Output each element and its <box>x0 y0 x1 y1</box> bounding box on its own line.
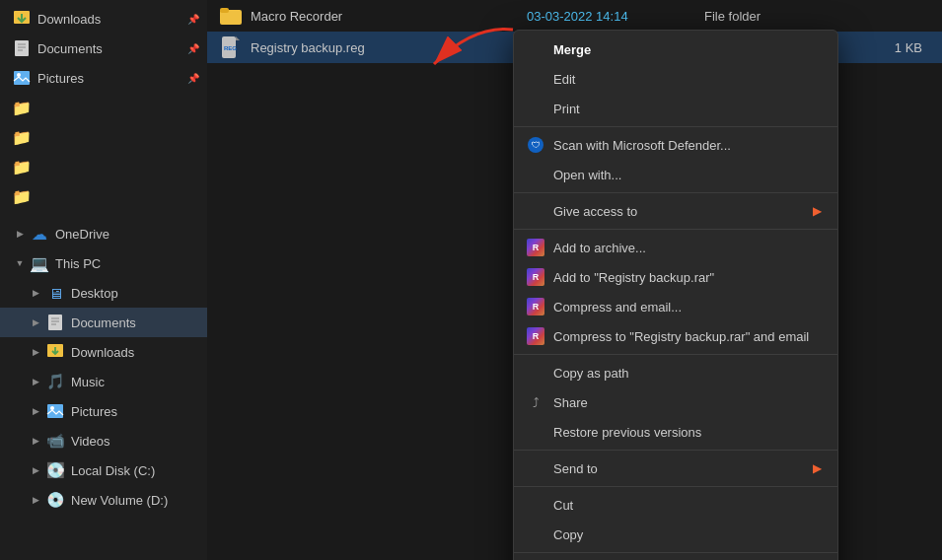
disk-d-icon: 💿 <box>45 490 65 510</box>
chevron-icon-thispc: ▼ <box>12 255 28 271</box>
submenu-arrow-sendto: ▶ <box>813 461 822 475</box>
sidebar-item-folder3[interactable]: 📁 <box>0 152 207 181</box>
winrar-icon-4: R <box>526 326 545 346</box>
sidebar-item-onedrive[interactable]: ▶ ☁ OneDrive <box>0 219 207 248</box>
sidebar-item-pictures-pinned-label: Pictures <box>37 71 84 86</box>
menu-item-copy[interactable]: Copy <box>514 520 837 549</box>
pin-icon: 📌 <box>187 14 199 25</box>
sidebar-item-downloads-label: Downloads <box>71 345 134 360</box>
menu-separator-4 <box>514 354 837 355</box>
file-size-reg: 1 KB <box>862 40 930 55</box>
sidebar-item-pictures[interactable]: ▶ Pictures <box>0 396 207 426</box>
svg-rect-9 <box>220 8 229 13</box>
menu-item-merge[interactable]: Merge <box>514 35 837 64</box>
sidebar-item-folder4[interactable]: 📁 <box>0 181 207 211</box>
folder-icon-4: 📁 <box>12 186 32 206</box>
downloads-icon <box>12 9 32 29</box>
file-type-macro: File folder <box>704 9 862 24</box>
menu-separator-1 <box>514 126 837 127</box>
sidebar-item-folder2[interactable]: 📁 <box>0 122 207 152</box>
menu-item-share[interactable]: ⤴ Share <box>514 387 837 417</box>
main-area: Macro Recorder 03-03-2022 14:14 File fol… <box>207 0 942 560</box>
menu-item-cut[interactable]: Cut <box>514 490 837 520</box>
folder-icon-2: 📁 <box>12 127 32 147</box>
sidebar-item-downloads[interactable]: ▶ Downloads <box>0 337 207 367</box>
menu-item-giveaccess-label: Give access to <box>553 204 637 219</box>
onedrive-icon: ☁ <box>30 224 49 244</box>
menu-item-merge-label: Merge <box>553 42 591 57</box>
downloads2-icon <box>45 342 65 362</box>
folder-icon-1: 📁 <box>12 98 32 117</box>
sidebar-item-downloads-pinned[interactable]: Downloads 📌 <box>0 4 207 34</box>
sidebar-item-onedrive-label: OneDrive <box>55 227 109 242</box>
table-row[interactable]: Macro Recorder 03-03-2022 14:14 File fol… <box>207 0 942 32</box>
sidebar-item-localc-label: Local Disk (C:) <box>71 463 155 478</box>
sidebar-item-videos[interactable]: ▶ 📹 Videos <box>0 426 207 455</box>
pictures2-icon <box>45 401 65 421</box>
sidebar-item-music-label: Music <box>71 375 105 389</box>
menu-item-edit[interactable]: Edit <box>514 64 837 94</box>
menu-item-addarchive-label: Add to archive... <box>553 241 646 255</box>
menu-item-cut-label: Cut <box>553 498 573 513</box>
desktop-icon: 🖥 <box>45 283 65 303</box>
sidebar-item-pictures-label: Pictures <box>71 404 117 419</box>
menu-item-copy-label: Copy <box>553 527 583 542</box>
svg-rect-4 <box>48 315 62 330</box>
menu-item-compressemail[interactable]: R Compress and email... <box>514 292 837 321</box>
menu-item-openwith[interactable]: Open with... <box>514 160 837 189</box>
menu-separator-2 <box>514 192 837 193</box>
sidebar-item-music[interactable]: ▶ 🎵 Music <box>0 367 207 396</box>
chevron-icon-pictures: ▶ <box>28 403 43 419</box>
pin-icon-3: 📌 <box>187 73 199 84</box>
videos-icon: 📹 <box>45 431 65 451</box>
menu-item-restore[interactable]: Restore previous versions <box>514 417 837 447</box>
svg-text:REG: REG <box>224 45 237 51</box>
sidebar-item-desktop[interactable]: ▶ 🖥 Desktop <box>0 278 207 308</box>
sidebar-item-thispc-label: This PC <box>55 256 101 271</box>
share-icon: ⤴ <box>526 392 545 412</box>
sidebar-item-documents-label: Documents <box>71 315 136 330</box>
menu-item-share-label: Share <box>553 395 588 410</box>
menu-separator-5 <box>514 450 837 451</box>
file-name-reg: Registry backup.reg <box>251 40 527 55</box>
sidebar-item-vold[interactable]: ▶ 💿 New Volume (D:) <box>0 485 207 515</box>
menu-separator-7 <box>514 552 837 553</box>
chevron-icon-vold: ▶ <box>28 492 43 508</box>
menu-item-sendto[interactable]: Send to ▶ <box>514 454 837 483</box>
menu-item-openwith-label: Open with... <box>553 168 621 182</box>
menu-item-print[interactable]: Print <box>514 94 837 123</box>
menu-item-createshortcut[interactable]: Create shortcut <box>514 556 837 560</box>
menu-item-copyaspath-label: Copy as path <box>553 366 629 381</box>
documents-icon <box>12 38 32 58</box>
menu-item-compressraremail[interactable]: R Compress to "Registry backup.rar" and … <box>514 321 837 351</box>
chevron-icon-onedrive: ▶ <box>12 226 28 242</box>
menu-item-compressemail-label: Compress and email... <box>553 300 682 315</box>
menu-item-defender[interactable]: 🛡 Scan with Microsoft Defender... <box>514 130 837 160</box>
svg-rect-1 <box>15 40 29 56</box>
chevron-icon-downloads: ▶ <box>28 344 43 360</box>
sidebar-item-vold-label: New Volume (D:) <box>71 493 168 508</box>
chevron-icon-videos: ▶ <box>28 433 43 449</box>
winrar-icon-2: R <box>526 267 545 287</box>
sidebar-item-videos-label: Videos <box>71 434 110 449</box>
menu-item-print-label: Print <box>553 102 580 116</box>
menu-item-compressraremail-label: Compress to "Registry backup.rar" and em… <box>553 329 809 344</box>
menu-item-giveaccess[interactable]: Give access to ▶ <box>514 196 837 226</box>
menu-item-copyaspath[interactable]: Copy as path <box>514 358 837 387</box>
sidebar-item-folder1[interactable]: 📁 <box>0 93 207 122</box>
sidebar-item-documents-pinned[interactable]: Documents 📌 <box>0 34 207 63</box>
sidebar-item-thispc[interactable]: ▼ 💻 This PC <box>0 248 207 278</box>
sidebar-item-localc[interactable]: ▶ 💽 Local Disk (C:) <box>0 455 207 485</box>
menu-item-addarchive[interactable]: R Add to archive... <box>514 233 837 262</box>
chevron-icon-music: ▶ <box>28 374 43 389</box>
folder-icon-3: 📁 <box>12 157 32 176</box>
submenu-arrow-giveaccess: ▶ <box>813 204 822 218</box>
sidebar-item-pictures-pinned[interactable]: Pictures 📌 <box>0 63 207 93</box>
menu-separator-3 <box>514 229 837 230</box>
thispc-icon: 💻 <box>30 253 49 273</box>
menu-item-addrar[interactable]: R Add to "Registry backup.rar" <box>514 262 837 292</box>
sidebar-item-documents[interactable]: ▶ Documents <box>0 308 207 337</box>
file-name-macro: Macro Recorder <box>251 9 527 24</box>
documents2-icon <box>45 313 65 332</box>
sidebar-item-desktop-label: Desktop <box>71 286 118 301</box>
